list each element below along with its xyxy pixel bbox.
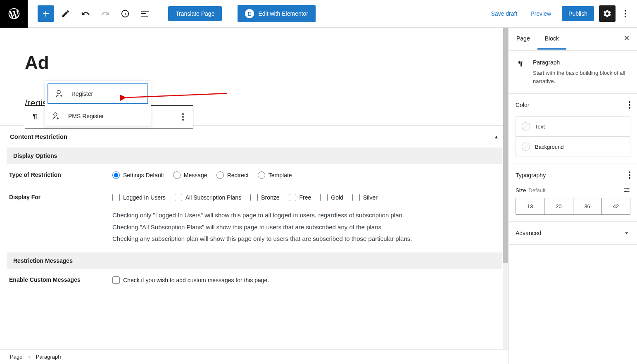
type-restriction-label: Type of Restriction — [9, 171, 104, 179]
autocomplete-item-register[interactable]: Register — [48, 83, 148, 104]
close-icon — [623, 34, 630, 42]
size-button-group: 13 20 36 42 — [516, 198, 630, 215]
sliders-icon[interactable] — [623, 186, 630, 194]
restriction-messages-header: Restriction Messages — [7, 252, 502, 269]
elementor-icon: E — [245, 9, 254, 18]
empty-swatch-icon — [522, 143, 530, 151]
edit-elementor-button[interactable]: E Edit with Elementor — [238, 5, 316, 22]
close-sidebar-button[interactable] — [616, 28, 637, 50]
breadcrumb-paragraph[interactable]: Paragraph — [36, 354, 61, 360]
size-36-button[interactable]: 36 — [573, 198, 602, 214]
display-options-header: Display Options — [7, 148, 502, 164]
block-description: Start with the basic building block of a… — [533, 69, 630, 85]
radio-redirect[interactable]: Redirect — [216, 171, 249, 179]
top-toolbar: Translate Page E Edit with Elementor Sav… — [0, 0, 637, 28]
paragraph-icon — [516, 59, 525, 69]
autocomplete-label: Register — [71, 90, 93, 97]
collapse-icon[interactable]: ▲ — [494, 134, 499, 139]
size-label: Size — [516, 187, 526, 193]
color-text-button[interactable]: Text — [516, 117, 630, 137]
user-plus-icon — [51, 111, 62, 121]
chevron-down-icon — [623, 229, 630, 237]
size-13-button[interactable]: 13 — [516, 198, 544, 214]
block-type-button[interactable] — [25, 106, 45, 128]
outline-icon — [141, 11, 149, 17]
advanced-panel: Advanced — [509, 222, 637, 245]
check-free[interactable]: Free — [289, 194, 311, 201]
size-20-button[interactable]: 20 — [544, 198, 573, 214]
radio-settings-default[interactable]: Settings Default — [112, 171, 164, 179]
display-for-help: Checking only "Logged In Users" will sho… — [112, 209, 499, 245]
tab-page[interactable]: Page — [509, 29, 537, 50]
svg-point-11 — [625, 191, 626, 192]
color-background-button[interactable]: Background — [516, 137, 630, 157]
redo-icon — [101, 9, 110, 18]
empty-swatch-icon — [522, 122, 530, 131]
autocomplete-item-pms-register[interactable]: PMS Register — [45, 107, 151, 126]
color-panel-header[interactable]: Color — [509, 94, 637, 116]
enable-custom-label: Enable Custom Messages — [9, 276, 104, 284]
typography-panel-header[interactable]: Typography — [509, 164, 637, 186]
page-title[interactable]: Ad — [25, 52, 484, 73]
save-draft-button[interactable]: Save draft — [485, 6, 523, 21]
user-plus-icon — [54, 88, 65, 99]
radio-template[interactable]: Template — [258, 171, 292, 179]
breadcrumb: Page › Paragraph — [0, 349, 509, 364]
undo-icon — [81, 9, 90, 18]
metabox-title: Content Restriction — [10, 133, 67, 140]
undo-button[interactable] — [77, 5, 94, 22]
radio-message[interactable]: Message — [173, 171, 207, 179]
plus-icon — [41, 9, 51, 19]
settings-button[interactable] — [599, 5, 616, 22]
info-icon — [121, 9, 130, 18]
svg-point-10 — [627, 188, 629, 190]
wordpress-logo[interactable] — [0, 0, 28, 28]
chevron-right-icon: › — [28, 354, 30, 360]
gear-icon — [603, 9, 612, 18]
add-block-button[interactable] — [38, 5, 54, 22]
advanced-panel-header[interactable]: Advanced — [509, 222, 637, 244]
tab-block[interactable]: Block — [537, 29, 566, 50]
outline-button[interactable] — [137, 5, 153, 22]
check-logged-in[interactable]: Logged In Users — [112, 194, 166, 201]
publish-button[interactable]: Publish — [562, 6, 594, 21]
autocomplete-label: PMS Register — [68, 113, 104, 119]
dots-vertical-icon — [625, 10, 626, 17]
check-bronze[interactable]: Bronze — [250, 194, 279, 201]
editor-canvas: Ad Register PMS Regist — [0, 28, 509, 364]
breadcrumb-page[interactable]: Page — [10, 354, 22, 360]
redo-button[interactable] — [97, 5, 114, 22]
size-42-button[interactable]: 42 — [602, 198, 630, 214]
block-info: Paragraph Start with the basic building … — [509, 51, 637, 94]
settings-sidebar: Page Block Paragraph Start with the basi… — [509, 28, 637, 364]
info-button[interactable] — [117, 5, 133, 22]
size-default-label: Default — [528, 187, 545, 193]
typography-panel: Typography SizeDefault 13 20 36 42 — [509, 164, 637, 222]
dots-vertical-icon — [629, 171, 630, 179]
dots-vertical-icon — [629, 101, 630, 109]
edit-tool-button[interactable] — [57, 5, 74, 22]
pencil-icon — [61, 9, 70, 18]
check-all-plans[interactable]: All Subscription Plans — [175, 194, 241, 201]
check-gold[interactable]: Gold — [320, 194, 343, 201]
block-more-button[interactable] — [173, 106, 193, 128]
check-enable-custom[interactable]: Check if you wish to add custom messages… — [112, 276, 499, 284]
block-autocomplete-popup: Register PMS Register — [45, 81, 151, 126]
block-name: Paragraph — [533, 59, 630, 66]
preview-button[interactable]: Preview — [525, 6, 557, 21]
more-options-button[interactable] — [617, 5, 634, 22]
content-restriction-metabox: Content Restriction ▲ Display Options Ty… — [0, 125, 509, 291]
display-for-label: Display For — [9, 194, 104, 245]
wordpress-icon — [7, 7, 21, 20]
check-silver[interactable]: Silver — [352, 194, 378, 201]
svg-point-6 — [54, 113, 57, 116]
paragraph-icon — [30, 112, 40, 122]
svg-point-3 — [57, 90, 60, 94]
color-panel: Color Text Background — [509, 94, 637, 164]
translate-page-button[interactable]: Translate Page — [168, 6, 222, 21]
dots-vertical-icon — [182, 113, 184, 121]
